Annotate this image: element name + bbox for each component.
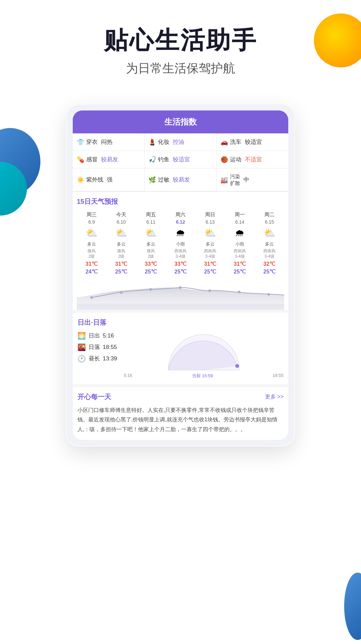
sunrise-row: 🌅 日出 5:16 xyxy=(77,332,117,340)
life-index-cell-allergy: 🌿 过敏 较易发 xyxy=(144,168,216,191)
forecast-low-1: 24℃ xyxy=(86,268,98,275)
forecast-col-2: 今天 6.10 ⛅ 多云 微风2级 31℃ 25℃ xyxy=(106,210,136,276)
forecast-day-2: 今天 xyxy=(116,212,126,218)
temp-chart-svg xyxy=(77,279,284,310)
sunrise-time: 5:16 xyxy=(103,332,114,339)
fishing-value: 较适宜 xyxy=(173,156,190,163)
makeup-value: 控油 xyxy=(173,138,184,146)
forecast-date-3: 6.11 xyxy=(146,219,155,225)
forecast-scroll[interactable]: 周三 6.9 ⛅ 多云 微风2级 31℃ 24℃ 今天 6.10 ⛅ xyxy=(77,210,284,276)
forecast-icon-6: 🌧 xyxy=(235,227,244,238)
forecast-day-1: 周三 xyxy=(87,212,97,218)
forecast-wind-6: 西南风3-4级 xyxy=(234,249,246,259)
cold-label: 感冒 xyxy=(86,156,98,163)
forecast-icon-1: ⛅ xyxy=(86,227,98,238)
life-index-cell-cold: 💊 感冒 较易发 xyxy=(73,151,144,168)
chart-dot-6 xyxy=(238,291,240,293)
life-index-cell-pollution: 🏭 污染扩散 中 xyxy=(217,168,288,191)
forecast-icon-4: 🌧 xyxy=(176,227,185,238)
pollution-label: 污染扩散 xyxy=(230,173,240,186)
arc-current-label: 当前 15:59 xyxy=(192,373,213,379)
chart-dot-7 xyxy=(267,293,270,295)
happy-title: 开心每一天 xyxy=(77,392,111,401)
sun-arc-labels: 5:16 当前 15:59 18:55 xyxy=(124,373,284,379)
forecast-date-2: 6.10 xyxy=(117,219,126,225)
chart-dot-2 xyxy=(120,291,123,293)
forecast-high-6: 31℃ xyxy=(234,261,246,267)
life-index-grid: 👕 穿衣 闷热 💄 化妆 控油 🚗 洗车 较适宜 💊 感冒 xyxy=(73,133,288,192)
carwash-value: 较适宜 xyxy=(245,138,262,146)
forecast-title: 15日天气预报 xyxy=(77,197,284,206)
carwash-label: 洗车 xyxy=(230,138,241,146)
uv-icon: ☀️ xyxy=(77,176,84,184)
clothing-value: 闷热 xyxy=(101,138,112,146)
happy-more-link[interactable]: 更多 >> xyxy=(265,393,284,400)
forecast-weather-4: 小雨 xyxy=(176,241,185,247)
forecast-col-6: 周一 6.14 🌧 小雨 西南风3-4级 31℃ 25℃ xyxy=(225,210,255,276)
forecast-low-7: 25℃ xyxy=(263,268,275,275)
sunset-row: 🌇 日落 18:55 xyxy=(77,343,117,351)
phone-container: 生活指数 👕 穿衣 闷热 💄 化妆 控油 🚗 洗车 较适宜 xyxy=(0,90,361,447)
sunrise-label: 日出 xyxy=(89,332,100,340)
forecast-weather-5: 多云 xyxy=(206,241,215,247)
forecast-wind-3: 微风2级 xyxy=(147,249,155,259)
forecast-high-7: 32℃ xyxy=(263,261,275,267)
sun-content: 🌅 日出 5:16 🌇 日落 18:55 🕐 昼长 13:39 xyxy=(77,332,284,379)
sunset-icon: 🌇 xyxy=(77,343,86,351)
chart-dot-5 xyxy=(208,289,211,292)
forecast-weather-2: 多云 xyxy=(117,241,126,247)
forecast-wind-4: 西南风3-4级 xyxy=(174,249,187,259)
sun-position-dot xyxy=(235,364,239,367)
daylength-label: 昼长 xyxy=(89,355,100,362)
uv-label: 紫外线 xyxy=(86,176,103,184)
fishing-label: 钓鱼 xyxy=(158,156,169,163)
forecast-icon-7: ⛅ xyxy=(264,227,275,238)
forecast-weather-6: 小雨 xyxy=(235,241,244,247)
forecast-col-5: 周日 6.13 ⛅ 多云 西南风3-4级 31℃ 25℃ xyxy=(195,210,225,276)
chart-dot-3 xyxy=(150,288,152,290)
forecast-date-7: 6.15 xyxy=(265,219,274,225)
sun-section: 日出·日落 🌅 日出 5:16 🌇 日落 18:55 xyxy=(73,310,288,384)
forecast-low-4: 25℃ xyxy=(174,268,187,275)
forecast-wind-7: 西南风3-4级 xyxy=(263,249,275,259)
life-index-cell-uv: ☀️ 紫外线 强 xyxy=(73,168,144,191)
forecast-date-5: 6.13 xyxy=(205,219,215,225)
sunset-time: 18:55 xyxy=(103,344,117,351)
forecast-high-1: 31℃ xyxy=(86,261,98,267)
daylength-row: 🕐 昼长 13:39 xyxy=(77,355,117,363)
hero-title: 贴心生活助手 xyxy=(13,27,348,54)
pollution-icon: 🏭 xyxy=(221,176,228,184)
makeup-icon: 💄 xyxy=(149,138,156,146)
chart-bottom xyxy=(77,303,284,310)
happy-section: 开心每一天 更多 >> 小区门口修车师傅生意特好。人实在,只要不换零件,常常不收… xyxy=(73,384,288,440)
hero-section: 贴心生活助手 为日常生活保驾护航 xyxy=(0,0,361,90)
forecast-col-3: 周五 6.11 ⛅ 多云 微风2级 33℃ 25℃ xyxy=(136,210,166,276)
fishing-icon: 🎣 xyxy=(149,156,156,163)
phone-mockup: 生活指数 👕 穿衣 闷热 💄 化妆 控油 🚗 洗车 较适宜 xyxy=(66,104,295,447)
sun-arc-container: 5:16 当前 15:59 18:55 xyxy=(124,332,284,379)
life-index-title: 生活指数 xyxy=(164,117,197,126)
forecast-day-7: 周二 xyxy=(264,212,274,218)
cold-value: 较易发 xyxy=(101,156,118,163)
life-index-cell-clothing: 👕 穿衣 闷热 xyxy=(73,133,144,151)
forecast-high-3: 33℃ xyxy=(145,261,157,267)
forecast-day-6: 周一 xyxy=(235,212,245,218)
forecast-weather-1: 多云 xyxy=(87,241,96,247)
sunrise-icon: 🌅 xyxy=(77,332,86,340)
chart-dot-1 xyxy=(90,296,93,298)
forecast-section: 15日天气预报 周三 6.9 ⛅ 多云 微风2级 31℃ 24℃ xyxy=(73,192,288,310)
forecast-high-4: 33℃ xyxy=(174,261,187,267)
cold-icon: 💊 xyxy=(77,156,84,163)
arc-start-label: 5:16 xyxy=(124,373,132,379)
forecast-high-5: 31℃ xyxy=(204,261,216,267)
forecast-date-4: 6.12 xyxy=(176,219,185,225)
forecast-date-1: 6.9 xyxy=(88,219,95,225)
forecast-icon-5: ⛅ xyxy=(204,227,216,238)
forecast-day-3: 周五 xyxy=(146,212,156,218)
forecast-grid: 周三 6.9 ⛅ 多云 微风2级 31℃ 24℃ 今天 6.10 ⛅ xyxy=(77,210,284,276)
happy-content: 小区门口修车师傅生意特好。人实在,只要不换零件,常常不收钱或只收个块把钱辛苦钱。… xyxy=(77,406,284,434)
forecast-low-2: 25℃ xyxy=(115,268,127,275)
forecast-wind-5: 西南风3-4级 xyxy=(204,249,216,259)
allergy-label: 过敏 xyxy=(158,176,169,184)
arc-end-label: 18:55 xyxy=(272,373,284,379)
